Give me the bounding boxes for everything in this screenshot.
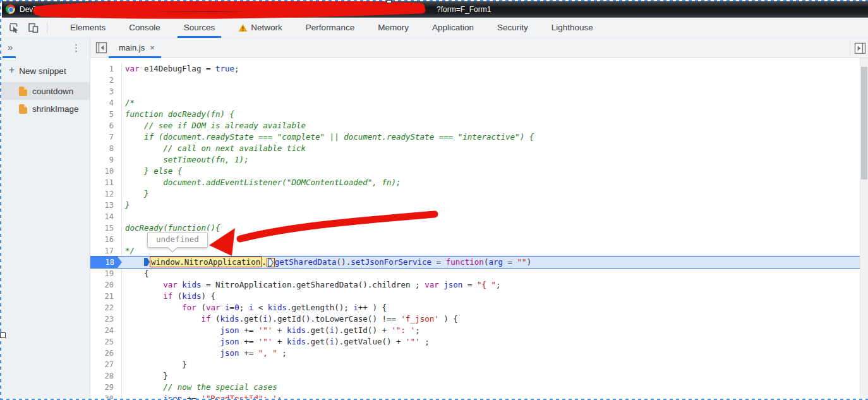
line-number[interactable]: 23 bbox=[90, 313, 122, 325]
code-text[interactable]: for (var i=0; i < kids.getLength(); i++ … bbox=[122, 302, 387, 313]
line-number[interactable]: 13 bbox=[90, 200, 122, 211]
code-token: .get( bbox=[306, 337, 330, 346]
editor-pane: main.js × 1var e14DebugFlag = true;234/*… bbox=[90, 38, 868, 400]
code-text[interactable]: // call on next available tick bbox=[122, 143, 306, 154]
code-text[interactable]: setTimeout(fn, 1); bbox=[122, 154, 249, 166]
code-token: ).getId() + bbox=[334, 325, 391, 335]
window-titlebar[interactable]: DevTools - ?form=F_Form1 bbox=[2, 1, 868, 18]
line-number[interactable]: 2 bbox=[90, 75, 122, 86]
code-text[interactable] bbox=[122, 75, 125, 86]
tab-main-js[interactable]: main.js × bbox=[107, 38, 162, 58]
code-text[interactable]: } bbox=[122, 359, 187, 370]
line-number[interactable]: 15 bbox=[90, 222, 122, 234]
code-token: function bbox=[446, 257, 484, 267]
code-text[interactable]: json += '"' + kids.get(i).getId() + '": … bbox=[122, 325, 420, 336]
code-text[interactable]: /* bbox=[122, 97, 135, 109]
new-snippet-button[interactable]: + New snippet bbox=[0, 62, 90, 80]
code-text[interactable]: // see if DOM is already available bbox=[122, 120, 306, 131]
code-text[interactable]: } bbox=[122, 370, 168, 382]
code-text[interactable]: */ bbox=[122, 245, 135, 257]
show-debugger-icon[interactable] bbox=[850, 41, 866, 55]
code-editor[interactable]: 1var e14DebugFlag = true;234/*5function … bbox=[90, 58, 860, 400]
tab-security[interactable]: Security bbox=[491, 18, 534, 38]
tab-label: Elements bbox=[70, 18, 105, 38]
tab-performance[interactable]: Performance bbox=[299, 18, 361, 38]
code-text[interactable]: // now the special cases bbox=[122, 382, 277, 393]
kebab-menu-icon[interactable]: ⋮ bbox=[63, 42, 90, 54]
code-text[interactable]: if (document.readyState === "complete" |… bbox=[122, 131, 534, 143]
code-text[interactable]: if (kids) { bbox=[122, 291, 215, 302]
code-text[interactable] bbox=[122, 211, 125, 222]
code-text[interactable]: json += ", " ; bbox=[122, 348, 287, 359]
code-token: json bbox=[220, 325, 239, 335]
line-number[interactable]: 30 bbox=[90, 393, 122, 400]
line-number[interactable]: 22 bbox=[90, 302, 122, 313]
line-number[interactable]: 16 bbox=[90, 234, 122, 245]
line-number[interactable]: 29 bbox=[90, 382, 122, 393]
line-number[interactable]: 28 bbox=[90, 370, 122, 382]
line-number[interactable]: 9 bbox=[90, 154, 122, 166]
line-number[interactable]: 17 bbox=[90, 245, 122, 257]
tab-elements[interactable]: Elements bbox=[64, 18, 112, 38]
code-token: if (document.readyState === "complete" |… bbox=[125, 132, 534, 142]
inspect-element-icon[interactable] bbox=[8, 22, 20, 33]
code-text[interactable]: { bbox=[122, 268, 149, 279]
close-tab-icon[interactable]: × bbox=[150, 43, 155, 52]
code-token: .get( bbox=[239, 314, 263, 324]
tab-console[interactable]: Console bbox=[123, 18, 167, 38]
code-text[interactable]: } bbox=[122, 188, 149, 200]
tab-application[interactable]: Application bbox=[426, 18, 480, 38]
tab-memory[interactable]: Memory bbox=[371, 18, 415, 38]
code-text[interactable]: json += '"RoadTestId": '; bbox=[122, 393, 282, 400]
device-toolbar-icon[interactable] bbox=[28, 22, 39, 33]
line-number[interactable]: 5 bbox=[90, 109, 122, 120]
tab-lighthouse[interactable]: Lighthouse bbox=[545, 18, 600, 38]
tab-network[interactable]: Network bbox=[232, 18, 289, 38]
line-number[interactable]: 6 bbox=[90, 120, 122, 131]
line-number[interactable]: 26 bbox=[90, 348, 122, 359]
code-token: kids bbox=[287, 337, 306, 346]
inline-breakpoint-candidate-icon[interactable] bbox=[267, 258, 275, 267]
code-text[interactable] bbox=[122, 234, 125, 245]
more-tabs-icon[interactable]: » bbox=[0, 38, 20, 58]
line-number[interactable]: 7 bbox=[90, 131, 122, 143]
code-token: ) bbox=[527, 257, 532, 267]
code-text[interactable]: window.NitroApplication.getSharedData().… bbox=[122, 257, 531, 268]
line-number[interactable]: 19 bbox=[90, 268, 122, 279]
line-number[interactable]: 12 bbox=[90, 188, 122, 200]
code-token: += bbox=[239, 325, 258, 335]
inline-breakpoint-icon[interactable] bbox=[144, 258, 150, 269]
line-number[interactable]: 14 bbox=[90, 211, 122, 222]
code-text[interactable]: var kids = NitroApplication.getSharedDat… bbox=[122, 279, 501, 291]
line-number[interactable]: 20 bbox=[90, 279, 122, 291]
code-text[interactable]: document.addEventListener("DOMContentLoa… bbox=[122, 177, 401, 188]
code-text[interactable]: var e14DebugFlag = true; bbox=[122, 63, 239, 75]
code-text[interactable]: } else { bbox=[122, 166, 182, 177]
line-number[interactable]: 3 bbox=[90, 86, 122, 97]
code-text[interactable]: } bbox=[122, 200, 130, 211]
code-token bbox=[125, 348, 220, 358]
line-number[interactable]: 11 bbox=[90, 177, 122, 188]
line-number[interactable]: 25 bbox=[90, 336, 122, 348]
editor-scrollbar[interactable] bbox=[860, 58, 868, 400]
line-number[interactable]: 24 bbox=[90, 325, 122, 336]
hide-navigator-icon[interactable] bbox=[95, 42, 107, 54]
code-token bbox=[125, 325, 220, 335]
tab-sources[interactable]: Sources bbox=[178, 18, 222, 38]
code-text[interactable]: function docReady(fn) { bbox=[122, 109, 234, 120]
line-number[interactable]: 27 bbox=[90, 359, 122, 370]
line-number[interactable]: 21 bbox=[90, 291, 122, 302]
line-number[interactable]: 1 bbox=[90, 63, 122, 75]
line-number[interactable]: 4 bbox=[90, 97, 122, 109]
breakpoint-line-number[interactable]: 18 bbox=[90, 257, 122, 268]
scrollbar-thumb[interactable] bbox=[861, 67, 867, 179]
snippet-item-countdown[interactable]: countdown bbox=[0, 82, 90, 100]
line-number[interactable]: 8 bbox=[90, 143, 122, 154]
tab-label: Sources bbox=[184, 18, 215, 38]
code-text[interactable] bbox=[122, 86, 125, 97]
code-text[interactable]: json += '"' + kids.get(i).getValue() + '… bbox=[122, 336, 430, 348]
line-number[interactable]: 10 bbox=[90, 166, 122, 177]
code-line: 21 if (kids) { bbox=[90, 291, 860, 302]
snippet-item-shrinkimage[interactable]: shrinkImage bbox=[0, 100, 90, 118]
code-text[interactable]: if (kids.get(i).getId().toLowerCase() !=… bbox=[122, 313, 458, 325]
